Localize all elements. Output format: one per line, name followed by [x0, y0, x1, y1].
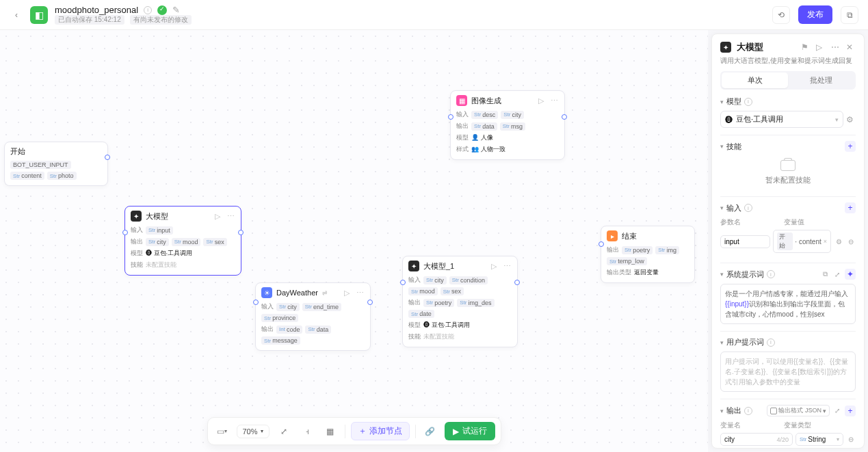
gear-icon[interactable]: ⚙ [846, 115, 856, 124]
autosave-status: 已自动保存 15:42:12 [55, 15, 124, 25]
edit-icon[interactable]: ✎ [172, 5, 180, 16]
panel-desc: 调用大语言模型,使用变量和提示词生成回复 [712, 56, 864, 71]
app-icon: ◧ [30, 6, 48, 24]
canvas[interactable]: 开始 BOT_USER_INPUT Strcontent Strphoto ✦ … [0, 30, 708, 452]
image-icon: ▦ [456, 95, 467, 106]
node-weather[interactable]: ☀ DayWeather ⇌ ▷ ⋯ 输入StrcityStrend_timeS… [255, 282, 371, 351]
publish-button[interactable]: 发布 [798, 5, 832, 24]
user-prompt-textarea[interactable]: 用户提示词，可以使用{{变量名}}、{{变量名.子变量名}}、{{变量名[数组索… [720, 351, 856, 392]
weather-icon: ☀ [261, 287, 272, 298]
delete-icon[interactable]: ⊖ [846, 237, 856, 246]
tag: BOT_USER_INPUT [10, 161, 71, 169]
run-icon[interactable]: ▷ [816, 42, 826, 52]
run-icon[interactable]: ▷ [215, 212, 223, 220]
empty-skill-icon [780, 160, 795, 171]
more-icon[interactable]: ⋯ [831, 42, 841, 52]
node-llm1[interactable]: ✦ 大模型_1 ▷ ⋯ 输入StrcityStrconditionStrmood… [402, 256, 518, 347]
bottom-toolbar: ▭▾ 70%▾ ⤢ ⫞ ▦ ＋ 添加节点 🔗 ▶ 试运行 [207, 417, 501, 445]
output-format[interactable]: 输出格式 JSON ▾ [767, 405, 830, 416]
expand-icon[interactable]: ⤢ [832, 269, 842, 279]
fit-icon[interactable]: ⤢ [275, 423, 293, 440]
side-panel: ✦ 大模型 ⚑ ▷ ⋯ ✕ 调用大语言模型,使用变量和提示词生成回复 单次 批处… [711, 34, 865, 449]
skill-empty: 暂未配置技能 [720, 156, 856, 189]
display-icon[interactable]: ▭▾ [213, 423, 231, 440]
delete-icon[interactable]: ⊖ [846, 435, 856, 444]
node-title: DayWeather [276, 289, 318, 297]
tag: Strphoto [47, 172, 77, 180]
duplicate-icon[interactable]: ⧉ [841, 6, 858, 24]
mode-tabs: 单次 批处理 [720, 71, 856, 90]
node-imagegen[interactable]: ▦ 图像生成 ▷ ⋯ 输入StrdescStrcity 输出StrdataStr… [450, 90, 565, 160]
panel-title: 大模型 [737, 41, 763, 53]
project-title: moodphoto_personal [55, 5, 138, 16]
close-icon[interactable]: ✕ [846, 42, 856, 52]
input-value-select[interactable]: 开始·content× [773, 230, 831, 253]
node-start[interactable]: 开始 BOT_USER_INPUT Strcontent Strphoto [4, 142, 108, 186]
node-title: 开始 [10, 146, 25, 157]
node-title: 结束 [622, 231, 637, 241]
add-input-button[interactable]: + [845, 202, 856, 213]
gear-icon[interactable]: ⚙ [834, 237, 843, 246]
run-icon[interactable]: ▷ [344, 289, 352, 297]
tag: Strcontent [10, 172, 44, 180]
node-title: 大模型 [146, 211, 168, 222]
expand-icon[interactable]: ⤢ [832, 406, 842, 416]
unpublished-status: 有尚未发布的修改 [130, 15, 192, 25]
system-prompt-textarea[interactable]: 你是一个用户情感专家，能通过用户输入{{input}}识别和输出到输出字段里面，… [720, 284, 856, 324]
node-title: 图像生成 [471, 96, 501, 106]
copy-icon[interactable]: ⧉ [820, 269, 830, 279]
link-icon[interactable]: 🔗 [421, 423, 439, 440]
run-icon[interactable]: ▷ [538, 96, 547, 105]
model-select[interactable]: 🅞豆包·工具调用▾ [720, 111, 843, 128]
llm-icon: ✦ [720, 42, 731, 53]
info-icon[interactable]: i [744, 98, 752, 106]
output-type-select[interactable]: StrString▾ [795, 433, 843, 446]
add-node-button[interactable]: ＋ 添加节点 [351, 422, 410, 440]
llm-icon: ✦ [131, 211, 142, 222]
status-dot-icon [157, 5, 167, 15]
layout-icon[interactable]: ⫞ [298, 423, 316, 440]
add-skill-button[interactable]: + [845, 141, 856, 152]
more-icon[interactable]: ⋯ [503, 262, 512, 270]
node-end[interactable]: ▸ 结束 输出StrpoetryStrimgStrtemp_low 输出类型返回… [601, 226, 695, 283]
flag-icon[interactable]: ⚑ [801, 42, 811, 52]
tab-single[interactable]: 单次 [722, 72, 788, 88]
history-icon[interactable]: ⟲ [772, 6, 790, 24]
input-name-field[interactable] [720, 235, 770, 248]
llm-icon: ✦ [408, 261, 419, 271]
info-icon[interactable]: i [144, 6, 152, 14]
node-llm[interactable]: ✦ 大模型 ▷ ⋯ 输入Strinput 输出StrcityStrmoodStr… [124, 206, 241, 276]
end-icon: ▸ [607, 230, 618, 241]
output-name-field[interactable]: city4/20 [720, 433, 793, 446]
node-title: 大模型_1 [423, 261, 454, 271]
grid-icon[interactable]: ▦ [321, 423, 339, 440]
tab-batch[interactable]: 批处理 [788, 72, 854, 88]
add-output-button[interactable]: + [845, 406, 856, 416]
more-icon[interactable]: ⋯ [551, 96, 559, 105]
more-icon[interactable]: ⋯ [227, 212, 235, 220]
run-icon[interactable]: ▷ [491, 262, 499, 270]
run-button[interactable]: ▶ 试运行 [445, 422, 495, 440]
more-icon[interactable]: ⋯ [356, 289, 365, 297]
back-button[interactable]: ‹ [10, 8, 23, 22]
magic-button[interactable]: ✦ [845, 269, 856, 280]
zoom-select[interactable]: 70%▾ [236, 425, 269, 438]
